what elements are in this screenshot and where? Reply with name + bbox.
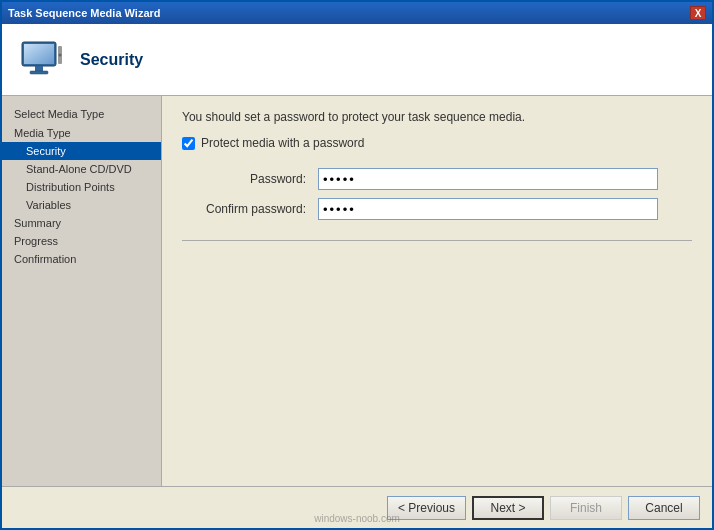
password-label: Password: xyxy=(192,164,312,194)
confirm-password-label: Confirm password: xyxy=(192,194,312,224)
cancel-button[interactable]: Cancel xyxy=(628,496,700,520)
close-button[interactable]: X xyxy=(690,6,706,20)
computer-icon xyxy=(18,36,66,84)
window-title: Task Sequence Media Wizard xyxy=(8,7,161,19)
content-description: You should set a password to protect you… xyxy=(182,110,692,124)
confirm-password-row: Confirm password: xyxy=(192,194,664,224)
password-form: Password: Confirm password: xyxy=(192,164,664,224)
nav-item-security[interactable]: Security xyxy=(2,142,161,160)
wizard-window: Task Sequence Media Wizard X xyxy=(0,0,714,530)
nav-item-standalone[interactable]: Stand-Alone CD/DVD xyxy=(2,160,161,178)
svg-rect-2 xyxy=(24,44,54,64)
protect-password-checkbox[interactable] xyxy=(182,137,195,150)
nav-item-summary[interactable]: Summary xyxy=(2,214,161,232)
nav-item-confirmation[interactable]: Confirmation xyxy=(2,250,161,268)
nav-item-progress[interactable]: Progress xyxy=(2,232,161,250)
nav-item-distribution[interactable]: Distribution Points xyxy=(2,178,161,196)
title-bar: Task Sequence Media Wizard X xyxy=(2,2,712,24)
svg-rect-3 xyxy=(35,66,43,71)
wizard-nav: Select Media Type Media Type Security St… xyxy=(2,96,162,486)
nav-item-media-type[interactable]: Media Type xyxy=(2,124,161,142)
wizard-header-title: Security xyxy=(80,51,143,69)
wizard-content: You should set a password to protect you… xyxy=(162,96,712,486)
protect-password-row: Protect media with a password xyxy=(182,136,692,150)
finish-button[interactable]: Finish xyxy=(550,496,622,520)
svg-point-6 xyxy=(59,53,62,56)
divider xyxy=(182,240,692,241)
password-row: Password: xyxy=(192,164,664,194)
previous-button[interactable]: < Previous xyxy=(387,496,466,520)
wizard-footer: < Previous Next > Finish Cancel xyxy=(2,486,712,528)
password-input[interactable] xyxy=(318,168,658,190)
nav-item-variables[interactable]: Variables xyxy=(2,196,161,214)
nav-section-label: Select Media Type xyxy=(2,104,161,124)
svg-rect-4 xyxy=(30,71,48,74)
next-button[interactable]: Next > xyxy=(472,496,544,520)
protect-password-label[interactable]: Protect media with a password xyxy=(201,136,364,150)
wizard-body: Select Media Type Media Type Security St… xyxy=(2,96,712,486)
wizard-header: Security xyxy=(2,24,712,96)
confirm-password-input[interactable] xyxy=(318,198,658,220)
